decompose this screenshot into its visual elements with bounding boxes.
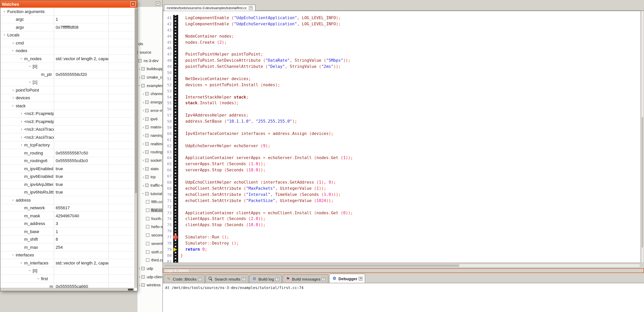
code-line[interactable]: 74 clientApps.Start (Seconds (2.0)); — [163, 216, 640, 222]
gutter-margin[interactable] — [173, 246, 178, 253]
code-line[interactable]: 54 InternetStackHelper stack; — [163, 94, 640, 100]
tree-item[interactable]: hello-simul — [146, 223, 162, 231]
code-line[interactable]: 48 pointToPoint.SetDeviceAttribute ("Dat… — [163, 57, 640, 64]
expander-open-icon[interactable] — [19, 260, 24, 266]
gutter-margin[interactable] — [173, 45, 178, 52]
code-line[interactable]: 78 Simulator::Destroy (); — [163, 240, 640, 246]
code-line[interactable]: 68 UdpEchoClientHelper echoClient (inter… — [163, 179, 640, 185]
watches-vscrollbar-thumb[interactable] — [135, 8, 137, 193]
gutter-margin[interactable] — [173, 106, 178, 113]
gutter-margin[interactable] — [173, 216, 178, 222]
code-line[interactable]: 46 — [163, 45, 640, 52]
code-line[interactable]: 52 devices = pointToPoint.Install (nodes… — [163, 82, 640, 88]
gutter-margin[interactable] — [173, 167, 178, 173]
code-line[interactable]: 58 address.SetBase ("10.1.1.0", "255.255… — [163, 119, 640, 125]
code-line[interactable]: 47 PointToPointHelper pointToPoint; — [163, 52, 640, 58]
watch-row[interactable]: m_ipv4ArpJitterEnabledtrue — [0, 180, 134, 188]
code-line[interactable]: 70 echoClient.SetAttribute ("Interval", … — [163, 192, 640, 198]
expander-closed-icon[interactable] — [141, 92, 145, 96]
watches-vscrollbar[interactable] — [134, 8, 137, 288]
code-line[interactable]: 50 — [163, 70, 640, 76]
watch-row[interactable]: m_mask4294967040 — [0, 212, 134, 220]
code-line[interactable]: 81 — [163, 259, 640, 263]
watch-row[interactable]: nodes — [0, 47, 134, 55]
tab-close-icon[interactable] — [322, 277, 326, 281]
watch-row[interactable]: m_ptr0x55555556cf20 — [0, 71, 134, 78]
code-line[interactable]: 42 LogComponentEnable ("UdpEchoServerApp… — [163, 21, 640, 27]
gutter-margin[interactable] — [173, 259, 178, 263]
expander-closed-icon[interactable] — [141, 166, 145, 171]
expander-closed-icon[interactable] — [141, 142, 145, 146]
expander-closed-icon[interactable] — [141, 108, 145, 113]
expander-closed-icon[interactable] — [141, 100, 145, 104]
watches-hscrollbar[interactable] — [0, 288, 134, 291]
code-line[interactable]: 80} — [163, 252, 640, 259]
code-line[interactable]: 67 — [163, 173, 640, 179]
gutter-margin[interactable] — [173, 33, 178, 39]
tree-item[interactable]: traffic-contro — [141, 181, 162, 189]
expander-open-icon[interactable] — [11, 48, 15, 53]
gutter-margin[interactable] — [173, 252, 178, 259]
gutter-margin[interactable] — [173, 15, 178, 21]
expander-closed-icon[interactable] — [141, 183, 145, 188]
expander-closed-icon[interactable] — [141, 175, 145, 179]
tree-item[interactable]: tutorial — [141, 189, 162, 198]
watch-row[interactable]: m_nodesstd::vector of length 2, capacity… — [0, 55, 134, 63]
log-tab-build-messages[interactable]: Build messages — [283, 275, 328, 283]
expander-closed-icon[interactable] — [141, 158, 145, 163]
expander-open-icon[interactable] — [138, 59, 139, 62]
expander-open-icon[interactable] — [11, 103, 15, 109]
gutter-margin[interactable] — [173, 185, 178, 192]
expander-open-icon[interactable] — [28, 64, 32, 69]
tree-item[interactable]: realtime — [141, 140, 162, 148]
watch-row[interactable]: pointToPoint — [0, 86, 134, 94]
code-line[interactable]: 77 Simulator::Run (); — [163, 234, 640, 240]
gutter-margin[interactable] — [173, 155, 178, 161]
tree-item[interactable]: buildsupport — [138, 65, 162, 73]
tab-close-icon[interactable] — [242, 277, 246, 281]
watch-row[interactable]: m_network655617 — [0, 204, 134, 212]
code-line[interactable]: 71 echoClient.SetAttribute ("PacketSize"… — [163, 198, 640, 204]
tree-item[interactable]: socket — [141, 156, 162, 164]
expander-closed-icon[interactable] — [141, 150, 145, 155]
expander-closed-icon[interactable] — [138, 266, 141, 271]
expander-closed-icon[interactable] — [10, 88, 16, 92]
watch-row[interactable]: m_interfacesstd::vector of length 2, cap… — [0, 259, 134, 267]
expander-closed-icon[interactable] — [19, 135, 24, 140]
tree-item[interactable]: seventh.cc — [146, 239, 162, 248]
tree-item[interactable]: channel-mod — [141, 90, 162, 98]
watch-row[interactable]: <ns3::PcapHelperForIpv4> — [0, 110, 134, 118]
watch-row[interactable]: <ns3::PcapHelperForIpv6> — [0, 118, 134, 126]
tab-close-icon[interactable] — [276, 277, 279, 281]
expander-closed-icon[interactable] — [19, 111, 24, 116]
watch-row[interactable]: m_tcpFactory — [0, 141, 134, 149]
gutter-margin[interactable] — [173, 88, 178, 94]
expander-closed-icon[interactable] — [138, 283, 141, 288]
tree-item[interactable]: tcp — [141, 173, 162, 181]
file-panel-close-icon[interactable] — [156, 1, 160, 6]
tree-item[interactable]: matrix-topol — [141, 123, 162, 131]
code-line[interactable]: 60 Ipv4InterfaceContainer interfaces = a… — [163, 131, 640, 137]
gutter-margin[interactable] — [173, 234, 178, 240]
expander-open-icon[interactable] — [36, 276, 41, 281]
watch-row[interactable]: m_routing0x555555587c50 — [0, 149, 134, 157]
watch-row[interactable]: m_ptr0x5555555ca660 — [0, 283, 134, 288]
expander-closed-icon[interactable] — [138, 275, 141, 279]
watch-row[interactable]: argc1 — [0, 15, 134, 23]
log-tab-code-blocks[interactable]: Code::Blocks — [164, 275, 205, 283]
watch-row[interactable]: <ns3::AsciiTraceHelperForIpv6> — [0, 133, 134, 141]
code-line[interactable]: 79 return 0; — [163, 246, 640, 253]
expander-open-icon[interactable] — [28, 268, 32, 274]
tree-item[interactable]: ns-3-dev — [138, 57, 162, 65]
tree-item[interactable]: udp-client-ser — [138, 273, 162, 281]
tree-item[interactable]: ols — [138, 40, 162, 48]
gutter-margin[interactable] — [173, 137, 178, 143]
gutter-margin[interactable] — [173, 240, 178, 246]
tree-item[interactable]: examples — [138, 81, 162, 90]
watch-row[interactable]: address — [0, 196, 134, 204]
expander-open-icon[interactable] — [2, 9, 7, 14]
watch-row[interactable]: m_shift8 — [0, 236, 134, 243]
expander-open-icon[interactable] — [11, 252, 15, 258]
gutter-margin[interactable] — [173, 64, 178, 70]
watch-row[interactable]: argv0x7fffffffdf08 — [0, 23, 134, 31]
